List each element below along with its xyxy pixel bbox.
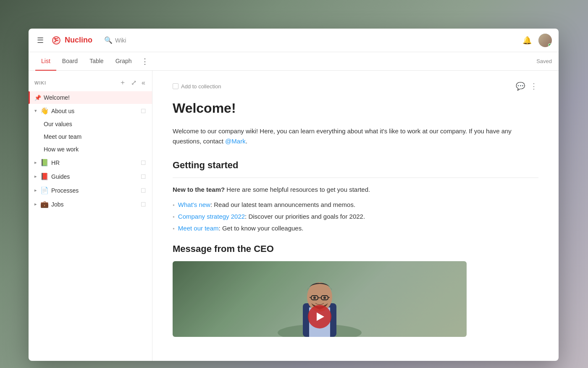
play-button[interactable] [308, 305, 331, 328]
sidebar-item-our-values[interactable]: Our values [29, 118, 152, 130]
collapse-arrow-guides: ▸ [34, 174, 37, 179]
avatar[interactable] [538, 34, 552, 47]
sidebar-header: WIKI ＋ ⤢ « [29, 74, 152, 91]
logo-area: Nuclino [50, 34, 92, 46]
collapse-arrow-jobs: ▸ [34, 201, 37, 207]
saved-label: Saved [536, 58, 552, 64]
svg-line-9 [328, 297, 330, 298]
new-to-team-bold: New to the team? [173, 186, 225, 193]
app-window: ☰ Nuclino 🔍 Wiki 🔔 List Board [29, 29, 559, 361]
sidebar-item-our-values-label: Our values [44, 121, 146, 127]
doc-topbar: Add to collection 💬 ⋮ [173, 81, 538, 92]
notification-bell-icon[interactable]: 🔔 [521, 34, 533, 47]
search-icon: 🔍 [104, 36, 113, 44]
sidebar-item-about-us-checkbox: ☐ [141, 108, 146, 114]
bullet-item-strategy: ● Company strategy 2022: Discover our pr… [173, 212, 538, 222]
online-status-dot [548, 43, 551, 47]
sidebar-item-processes-checkbox: ☐ [141, 187, 146, 194]
getting-started-intro: New to the team? Here are some helpful r… [173, 185, 538, 195]
svg-line-8 [310, 297, 311, 298]
add-to-collection-button[interactable]: Add to collection [173, 83, 221, 90]
nuclino-logo-icon [50, 34, 62, 46]
getting-started-title: Getting started [173, 160, 538, 171]
resource-list: ● What's new: Read our latest team annou… [173, 200, 538, 233]
sidebar-item-meet-our-team[interactable]: Meet our team [29, 130, 152, 143]
play-triangle-icon [317, 312, 324, 321]
more-options-icon[interactable]: ⋮ [529, 81, 538, 92]
collapse-arrow-processes: ▸ [34, 188, 37, 193]
ceo-section-title: Message from the CEO [173, 244, 538, 254]
bullet-dot-2: ● [173, 214, 175, 220]
tab-graph[interactable]: Graph [110, 52, 138, 71]
menu-icon[interactable]: ☰ [35, 34, 45, 47]
tab-table[interactable]: Table [84, 52, 109, 71]
sidebar-expand-icon[interactable]: ⤢ [130, 78, 137, 87]
comment-icon[interactable]: 💬 [515, 81, 526, 92]
sidebar-item-guides[interactable]: ▸ 📕 Guides ☐ [29, 169, 152, 183]
sidebar-add-icon[interactable]: ＋ [118, 77, 127, 88]
sidebar-item-jobs-checkbox: ☐ [141, 201, 146, 208]
svg-point-10 [313, 297, 316, 299]
sidebar-item-welcome[interactable]: 📌 Welcome! [29, 91, 152, 104]
tab-board[interactable]: Board [56, 52, 84, 71]
sidebar-item-processes-label: Processes [51, 187, 138, 194]
jobs-emoji: 💼 [40, 200, 49, 208]
sidebar-item-processes[interactable]: ▸ 📄 Processes ☐ [29, 183, 152, 197]
whats-new-link[interactable]: What's new [178, 201, 210, 208]
document-title: Welcome! [173, 100, 538, 116]
tab-more-icon[interactable]: ⋮ [138, 52, 152, 71]
sidebar-collapse-icon[interactable]: « [141, 78, 146, 87]
about-us-emoji: 👋 [40, 107, 49, 115]
strategy-rest: : Discover our priorities and goals for … [245, 213, 365, 220]
document-intro: Welcome to our company wiki! Here, you c… [173, 126, 538, 146]
bullet-dot-1: ● [173, 203, 175, 208]
topbar: ☰ Nuclino 🔍 Wiki 🔔 [29, 29, 559, 52]
sidebar-wiki-label: WIKI [34, 80, 115, 85]
bullet-item-whats-new: ● What's new: Read our latest team annou… [173, 200, 538, 210]
new-to-team-text: Here are some helpful resources to get y… [225, 186, 370, 193]
sidebar-item-hr[interactable]: ▸ 📗 HR ☐ [29, 156, 152, 169]
search-placeholder: Wiki [115, 37, 126, 44]
bullet-dot-3: ● [173, 226, 175, 232]
body-area: WIKI ＋ ⤢ « 📌 Welcome! ▾ 👋 About us ☐ Our… [29, 71, 559, 361]
strategy-link[interactable]: Company strategy 2022 [178, 213, 245, 220]
main-content: Add to collection 💬 ⋮ Welcome! Welcome t… [152, 71, 559, 361]
sidebar: WIKI ＋ ⤢ « 📌 Welcome! ▾ 👋 About us ☐ Our… [29, 71, 152, 361]
add-to-collection-label: Add to collection [181, 83, 221, 90]
sidebar-item-about-us-label: About us [51, 108, 138, 114]
bullet-item-meet-team: ● Meet our team: Get to know your collea… [173, 223, 538, 233]
sidebar-item-hr-label: HR [51, 159, 138, 166]
sidebar-item-jobs[interactable]: ▸ 💼 Jobs ☐ [29, 197, 152, 211]
sidebar-item-guides-label: Guides [51, 173, 138, 180]
hr-emoji: 📗 [40, 159, 49, 167]
pin-icon: 📌 [34, 95, 41, 101]
sidebar-item-how-we-work-label: How we work [44, 146, 146, 153]
collapse-arrow-about-us: ▾ [34, 108, 37, 114]
meet-team-link[interactable]: Meet our team [178, 225, 219, 232]
sidebar-item-meet-our-team-label: Meet our team [44, 133, 146, 140]
whats-new-rest: : Read our latest team announcements and… [210, 201, 355, 208]
collapse-arrow-hr: ▸ [34, 160, 37, 165]
logo-text: Nuclino [65, 36, 92, 45]
tab-list[interactable]: List [35, 52, 56, 71]
sidebar-item-jobs-label: Jobs [51, 201, 138, 208]
sidebar-item-guides-checkbox: ☐ [141, 173, 146, 180]
sidebar-item-hr-checkbox: ☐ [141, 159, 146, 166]
sidebar-item-how-we-work[interactable]: How we work [29, 143, 152, 156]
collection-checkbox [173, 83, 178, 89]
section-divider-1 [173, 177, 538, 178]
sidebar-item-about-us[interactable]: ▾ 👋 About us ☐ [29, 104, 152, 118]
meet-team-rest: : Get to know your colleagues. [219, 225, 304, 232]
processes-emoji: 📄 [40, 186, 49, 194]
mark-link[interactable]: @Mark [225, 138, 246, 145]
svg-point-11 [323, 297, 326, 299]
guides-emoji: 📕 [40, 172, 49, 180]
tabbar: List Board Table Graph ⋮ Saved [29, 52, 559, 71]
sidebar-item-welcome-label: Welcome! [44, 94, 146, 101]
ceo-video[interactable] [173, 261, 467, 337]
intro-text: Welcome to our company wiki! Here, you c… [173, 127, 512, 145]
doc-actions: 💬 ⋮ [515, 81, 538, 92]
search-area[interactable]: 🔍 Wiki [104, 36, 126, 44]
